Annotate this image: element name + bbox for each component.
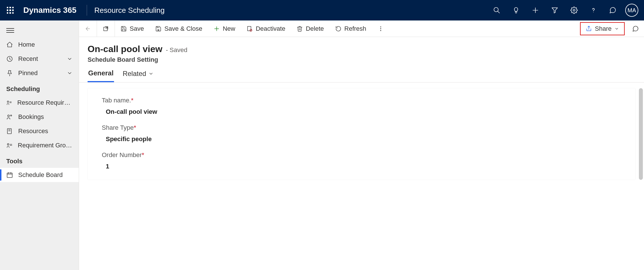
- svg-rect-19: [7, 173, 12, 178]
- tab-related-label: Related: [123, 70, 146, 78]
- save-close-button[interactable]: Save & Close: [150, 20, 208, 37]
- popout-icon: [103, 26, 109, 32]
- refresh-icon: [335, 26, 341, 32]
- chevron-down-icon: [67, 56, 73, 62]
- help-icon: [590, 7, 597, 14]
- back-button[interactable]: [79, 20, 97, 37]
- command-bar: Save Save & Close New Deactivate Delete …: [79, 20, 644, 37]
- field-order-number[interactable]: Order Number* 1: [102, 151, 621, 170]
- help-button[interactable]: [584, 1, 602, 19]
- clock-icon: [6, 55, 13, 62]
- search-button[interactable]: [488, 1, 506, 19]
- nav-home[interactable]: Home: [0, 38, 79, 52]
- quick-create-button[interactable]: [526, 1, 544, 19]
- vertical-divider: [87, 5, 87, 16]
- nav-resource-requirements[interactable]: Resource Requireme...: [0, 96, 79, 110]
- tab-related[interactable]: Related: [122, 69, 154, 82]
- form-header: On-call pool view - Saved Schedule Board…: [79, 37, 644, 63]
- field-share-type-label: Share Type*: [102, 124, 621, 131]
- requirement-groups-icon: [6, 142, 13, 149]
- save-label: Save: [130, 25, 144, 32]
- form-tabs: General Related: [79, 63, 644, 83]
- nav-schedule-board[interactable]: Schedule Board: [0, 168, 79, 182]
- user-avatar[interactable]: MA: [625, 4, 638, 17]
- svg-rect-13: [7, 129, 11, 134]
- search-icon: [493, 7, 500, 14]
- funnel-icon: [551, 7, 558, 14]
- nav-bookings-label: Bookings: [18, 113, 44, 121]
- nav-pinned[interactable]: Pinned: [0, 66, 79, 80]
- delete-label: Delete: [306, 25, 324, 32]
- svg-point-35: [380, 30, 381, 31]
- field-order-number-value: 1: [102, 163, 621, 170]
- open-new-window-button[interactable]: [97, 20, 115, 37]
- save-button[interactable]: Save: [115, 20, 150, 37]
- deactivate-button[interactable]: Deactivate: [241, 20, 291, 37]
- form-body: Tab name.* On-call pool view Share Type*…: [79, 83, 644, 270]
- settings-button[interactable]: [565, 1, 583, 19]
- tab-general[interactable]: General: [88, 69, 114, 82]
- nav-home-label: Home: [18, 41, 35, 48]
- svg-line-1: [498, 11, 500, 13]
- assistant-button[interactable]: [604, 1, 622, 19]
- assistant-panel-button[interactable]: [627, 20, 644, 37]
- svg-rect-30: [248, 26, 251, 31]
- refresh-label: Refresh: [344, 25, 366, 32]
- brand-title[interactable]: Dynamics 365: [20, 6, 84, 15]
- svg-point-12: [11, 115, 12, 116]
- chevron-down-icon: [67, 70, 73, 76]
- deactivate-label: Deactivate: [256, 25, 285, 32]
- svg-line-25: [106, 26, 108, 28]
- gear-icon: [570, 7, 578, 14]
- new-button[interactable]: New: [208, 20, 241, 37]
- global-header: Dynamics 365 Resource Scheduling MA: [0, 0, 644, 20]
- home-icon: [6, 41, 13, 48]
- nav-resource-requirements-label: Resource Requireme...: [17, 99, 73, 106]
- field-share-type[interactable]: Share Type* Specific people: [102, 124, 621, 143]
- share-icon: [586, 26, 592, 32]
- person-list-icon: [6, 99, 12, 106]
- resources-icon: [6, 128, 13, 135]
- chevron-down-icon: [148, 71, 154, 76]
- save-close-label: Save & Close: [164, 25, 202, 32]
- nav-bookings[interactable]: Bookings: [0, 110, 79, 124]
- nav-schedule-board-label: Schedule Board: [18, 171, 63, 179]
- ideas-button[interactable]: [507, 1, 525, 19]
- svg-point-33: [380, 26, 381, 27]
- nav-recent-label: Recent: [18, 55, 38, 63]
- entity-name: Schedule Board Setting: [88, 56, 635, 63]
- svg-point-34: [380, 28, 381, 29]
- calendar-icon: [6, 172, 13, 178]
- waffle-icon: [7, 7, 14, 14]
- nav-resources-label: Resources: [18, 127, 48, 135]
- refresh-button[interactable]: Refresh: [330, 20, 372, 37]
- app-launcher[interactable]: [0, 0, 20, 20]
- form-section: Tab name.* On-call pool view Share Type*…: [88, 88, 635, 180]
- arrow-left-icon: [85, 26, 91, 32]
- new-label: New: [223, 25, 235, 32]
- lightbulb-icon: [512, 7, 520, 14]
- chat-icon: [632, 25, 639, 32]
- field-order-number-label: Order Number*: [102, 151, 621, 159]
- nav-recent[interactable]: Recent: [0, 52, 79, 66]
- nav-resources[interactable]: Resources: [0, 124, 79, 138]
- save-status: - Saved: [166, 46, 187, 54]
- nav-pinned-label: Pinned: [18, 69, 38, 77]
- app-name[interactable]: Resource Scheduling: [89, 6, 165, 15]
- record-title: On-call pool view: [88, 44, 162, 54]
- plus-icon: [532, 7, 539, 14]
- share-label: Share: [595, 25, 612, 32]
- chat-icon: [609, 7, 616, 14]
- scrollbar[interactable]: [639, 88, 643, 180]
- advanced-find-button[interactable]: [546, 1, 564, 19]
- sitemap-toggle[interactable]: [0, 23, 79, 38]
- tab-general-label: General: [88, 69, 113, 77]
- delete-button[interactable]: Delete: [291, 20, 330, 37]
- nav-requirement-groups[interactable]: Requirement Groups: [0, 138, 79, 152]
- overflow-button[interactable]: [372, 20, 390, 37]
- svg-point-5: [573, 9, 575, 11]
- share-button[interactable]: Share: [582, 23, 623, 34]
- field-tab-name[interactable]: Tab name.* On-call pool view: [102, 97, 621, 116]
- share-highlight: Share: [580, 22, 625, 35]
- deactivate-icon: [247, 26, 253, 32]
